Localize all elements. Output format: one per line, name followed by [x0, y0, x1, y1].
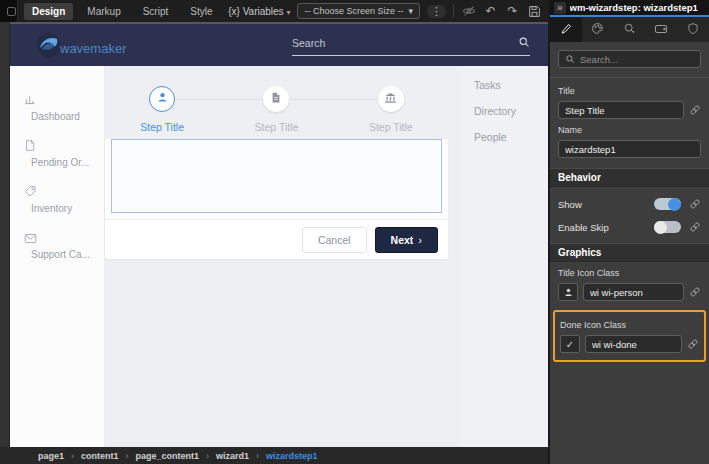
name-input[interactable] [558, 140, 701, 158]
bind-link-icon[interactable] [687, 338, 699, 350]
bank-icon [384, 90, 397, 108]
pencil-icon [560, 21, 572, 39]
app-sidebar: Dashboard Pending Or... [10, 66, 105, 447]
search-icon [565, 50, 575, 68]
breadcrumb: page1 › content1 › page_content1 › wizar… [0, 447, 548, 464]
aside-item-tasks[interactable]: Tasks [474, 79, 548, 91]
wizard-steps: Step Title [105, 86, 448, 133]
wavemaker-studio: Design Markup Script Style {x} Variables… [0, 0, 709, 464]
title-icon-class-input[interactable] [583, 283, 684, 301]
bind-link-icon[interactable] [689, 104, 701, 116]
search-gear-icon [623, 21, 636, 39]
toolbar-actions: {x} Variables ▾ -- Choose Screen Size --… [228, 3, 548, 19]
wavemaker-logo-icon: wavemaker [36, 32, 126, 58]
tab-design[interactable]: Design [24, 3, 73, 20]
app-preview: wavemaker [10, 22, 548, 447]
collapsed-widgets-panel[interactable] [0, 22, 10, 447]
app-search-input[interactable] [292, 37, 518, 49]
toggle-knob [654, 221, 667, 234]
next-button[interactable]: Next › [375, 227, 438, 253]
wizard-step-2[interactable]: Step Title [219, 86, 333, 133]
title-field-row [558, 101, 701, 119]
chevron-right-icon: › [206, 451, 209, 461]
aside-item-people[interactable]: People [474, 131, 548, 143]
tab-styles[interactable] [582, 17, 614, 42]
aside-item-directory[interactable]: Directory [474, 105, 548, 117]
show-toggle[interactable] [654, 198, 681, 210]
sidebar-item-label: Pending Or... [24, 157, 104, 168]
chevron-right-icon: › [126, 451, 129, 461]
wizard-step-3[interactable]: Step Title [334, 86, 448, 133]
undo-icon[interactable]: ↶ [483, 4, 498, 19]
properties-panel: » wm-wizardstep: wizardstep1 [548, 0, 709, 464]
app-search[interactable] [292, 34, 530, 56]
step-circle [263, 86, 289, 112]
app-body: Dashboard Pending Or... [10, 66, 548, 447]
preview-eye-off-icon[interactable] [461, 4, 476, 19]
breadcrumb-wizard1[interactable]: wizard1 [216, 451, 249, 461]
sidebar-item-label: Support Ca... [24, 249, 104, 260]
properties-search[interactable] [558, 50, 701, 68]
tab-properties[interactable] [550, 17, 582, 42]
tab-style[interactable]: Style [182, 3, 220, 20]
tab-script[interactable]: Script [135, 3, 177, 20]
wizard-card: Cancel Next › [105, 139, 448, 259]
step-circle [378, 86, 404, 112]
sidebar-item-inventory[interactable]: Inventory [24, 184, 104, 214]
next-label: Next [391, 234, 414, 246]
properties-body: Title Name Behavior Show [550, 42, 709, 464]
collapse-panel-icon[interactable]: » [554, 2, 566, 14]
section-graphics: Graphics [550, 243, 709, 262]
screen-size-select[interactable]: -- Choose Screen Size -- ▾ [297, 3, 420, 19]
chevron-down-icon: ▾ [286, 8, 290, 17]
enable-skip-toggle[interactable] [654, 221, 681, 233]
app-main: Step Title [105, 66, 460, 447]
studio-left-column: Design Markup Script Style {x} Variables… [0, 0, 548, 464]
more-options-icon[interactable]: ⋮ [427, 5, 446, 18]
save-icon[interactable] [527, 4, 542, 19]
bind-link-icon[interactable] [689, 198, 701, 210]
search-icon [518, 34, 530, 52]
tab-security[interactable] [677, 17, 709, 42]
person-icon [156, 90, 169, 108]
wizard-step-1[interactable]: Step Title [105, 86, 219, 133]
sidebar-item-support-cases[interactable]: Support Ca... [24, 230, 104, 260]
chevron-right-icon: › [71, 451, 74, 461]
sidebar-item-dashboard[interactable]: Dashboard [24, 92, 104, 122]
brand-name: wavemaker [60, 41, 126, 56]
left-panel-stub[interactable] [0, 0, 18, 22]
tab-device[interactable] [645, 17, 677, 42]
breadcrumb-page1[interactable]: page1 [38, 451, 64, 461]
tab-markup[interactable]: Markup [79, 3, 128, 20]
chevron-right-icon: › [418, 234, 422, 246]
bind-link-icon[interactable] [689, 286, 701, 298]
selected-widget-title: wm-wizardstep: wizardstep1 [570, 2, 698, 13]
done-icon-class-input[interactable] [585, 335, 682, 353]
tab-events[interactable] [614, 17, 646, 42]
enable-skip-label: Enable Skip [558, 222, 654, 233]
breadcrumb-content1[interactable]: content1 [81, 451, 119, 461]
cancel-button[interactable]: Cancel [302, 227, 367, 253]
bind-link-icon[interactable] [689, 221, 701, 233]
done-icon-class-highlight: Done Icon Class ✓ [553, 310, 706, 362]
step-title: Step Title [255, 121, 299, 133]
title-icon-class-row [558, 283, 701, 301]
app-secondary-nav: Tasks Directory People [460, 66, 548, 447]
breadcrumb-wizardstep1[interactable]: wizardstep1 [266, 451, 318, 461]
wizard-step-content[interactable] [111, 139, 442, 213]
document-icon [24, 138, 104, 152]
done-icon-class-row: ✓ [560, 335, 699, 353]
app-header: wavemaker [10, 24, 548, 66]
breadcrumb-page-content1[interactable]: page_content1 [136, 451, 200, 461]
redo-icon[interactable]: ↷ [505, 4, 520, 19]
properties-search-input[interactable] [580, 54, 694, 65]
sidebar-item-pending-orders[interactable]: Pending Or... [24, 138, 104, 168]
title-input[interactable] [558, 101, 684, 119]
section-behavior: Behavior [550, 168, 709, 187]
bar-chart-icon [24, 92, 104, 106]
variables-menu[interactable]: {x} Variables ▾ [228, 6, 290, 17]
variables-label: {x} Variables [228, 6, 283, 17]
palette-icon [591, 21, 604, 39]
show-label: Show [558, 199, 654, 210]
chevron-down-icon: ▾ [408, 6, 413, 16]
